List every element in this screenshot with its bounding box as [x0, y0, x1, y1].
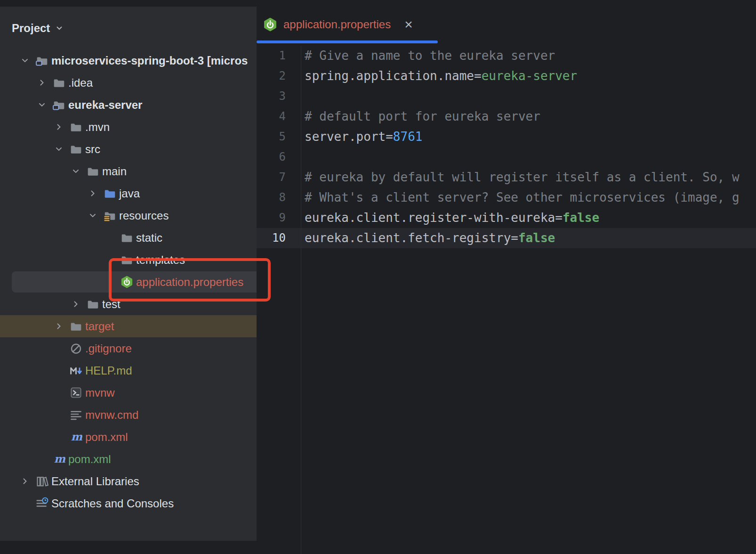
tree-item-templates[interactable]: templates — [0, 249, 257, 271]
resources-folder-icon — [104, 209, 116, 222]
tree-item-label: templates — [136, 253, 185, 267]
maven-icon: m — [53, 453, 65, 465]
project-view-header[interactable]: Project — [0, 7, 257, 49]
tree-item-mvnw[interactable]: mvnw — [0, 382, 257, 404]
chevron-spacer — [54, 343, 70, 354]
chevron-spacer — [54, 410, 70, 420]
code-line[interactable]: server.port=8761 — [305, 127, 756, 147]
chevron-spacer — [37, 454, 53, 464]
chevron-right-icon[interactable] — [71, 299, 87, 310]
tree-item-help-md[interactable]: HELP.md — [0, 359, 257, 382]
chevron-right-icon[interactable] — [88, 188, 104, 199]
editor-code-area[interactable]: 12345678910 # Give a name to the eureka … — [257, 46, 756, 554]
tree-item-label: java — [119, 187, 140, 200]
tree-item-label: application.properties — [136, 276, 243, 289]
chevron-right-icon[interactable] — [54, 122, 70, 132]
tree-item-label: .gitignore — [85, 342, 132, 355]
folder-icon — [87, 165, 99, 178]
ignored-file-icon — [70, 342, 82, 355]
tab-application-properties[interactable]: application.properties × — [263, 11, 413, 38]
tree-item-resources[interactable]: resources — [0, 204, 257, 227]
line-number: 8 — [257, 187, 301, 208]
markdown-icon — [70, 364, 82, 377]
code-line[interactable]: # Give a name to the eureka server — [305, 46, 756, 66]
code-token: # eureka by default will register itself… — [305, 170, 740, 184]
code-line[interactable]: # eureka by default will register itself… — [305, 167, 756, 187]
tree-item-main[interactable]: main — [0, 160, 257, 182]
tree-item-label: static — [136, 231, 162, 244]
tree-item-label: mvnw.cmd — [85, 408, 138, 422]
chevron-down-icon — [55, 24, 64, 33]
external-libraries-icon — [36, 475, 48, 488]
code-line[interactable]: eureka.client.fetch-registry=false — [305, 228, 756, 248]
project-tree: microservices-spring-boot-3 [micros.idea… — [0, 49, 257, 514]
tree-item-label: .mvn — [85, 121, 110, 134]
tree-item-src[interactable]: src — [0, 138, 257, 160]
chevron-spacer — [54, 432, 70, 442]
tree-item-microservices-spring-boot-3-micros[interactable]: microservices-spring-boot-3 [micros — [0, 49, 257, 72]
folder-icon — [121, 253, 133, 266]
code-line[interactable]: spring.application.name=eureka-server — [305, 66, 756, 86]
line-number: 2 — [257, 66, 301, 86]
line-number: 1 — [257, 46, 301, 66]
chevron-down-icon[interactable] — [71, 166, 87, 177]
tree-item-scratches-and-consoles[interactable]: Scratches and Consoles — [0, 492, 257, 514]
chevron-right-icon[interactable] — [37, 78, 53, 88]
chevron-down-icon[interactable] — [54, 144, 70, 155]
tree-item-static[interactable]: static — [0, 227, 257, 249]
active-tab-underline — [257, 41, 438, 43]
code-token: 8761 — [393, 130, 423, 144]
code-token: eureka.client.fetch-registry= — [305, 231, 518, 245]
folder-icon — [121, 231, 133, 244]
module-folder-icon — [53, 98, 65, 111]
shell-script-icon — [70, 386, 82, 399]
chevron-right-icon[interactable] — [54, 321, 70, 332]
chevron-down-icon[interactable] — [37, 100, 53, 110]
code-line[interactable]: # default port for eureka server — [305, 106, 756, 127]
tree-item-application-properties[interactable]: application.properties — [0, 271, 257, 293]
tree-item-java[interactable]: java — [0, 182, 257, 204]
tree-item-pom-xml[interactable]: mpom.xml — [0, 426, 257, 448]
code-line[interactable] — [305, 86, 756, 106]
editor-area: application.properties × 12345678910 # G… — [257, 0, 756, 554]
tree-item-label: main — [102, 165, 127, 178]
code-line[interactable]: eureka.client.register-with-eureka=false — [305, 208, 756, 228]
tree-item-mvn[interactable]: .mvn — [0, 116, 257, 138]
chevron-spacer — [54, 366, 70, 376]
code-line[interactable] — [305, 147, 756, 167]
project-tool-window: Project microservices-spring-boot-3 [mic… — [0, 7, 257, 541]
tree-item-eureka-server[interactable]: eureka-server — [0, 94, 257, 116]
chevron-spacer — [105, 277, 121, 287]
code-token: false — [563, 211, 599, 225]
code-token: # Give a name to the eureka server — [305, 49, 555, 63]
tree-item-pom-xml[interactable]: mpom.xml — [0, 448, 257, 470]
tree-item-label: pom.xml — [85, 431, 128, 444]
tree-item-label: HELP.md — [85, 364, 132, 377]
chevron-right-icon[interactable] — [20, 476, 36, 487]
chevron-spacer — [105, 233, 121, 243]
line-number: 4 — [257, 106, 301, 127]
chevron-down-icon[interactable] — [20, 56, 36, 66]
tree-item-label: target — [85, 320, 114, 333]
tree-item-label: eureka-server — [68, 98, 142, 112]
line-number: 9 — [257, 208, 301, 228]
tree-item-test[interactable]: test — [0, 293, 257, 315]
folder-icon — [53, 76, 65, 89]
module-folder-icon — [36, 54, 48, 67]
tree-item-target[interactable]: target — [0, 315, 257, 337]
tree-item-label: resources — [119, 209, 169, 222]
code-token: false — [518, 231, 555, 245]
folder-icon — [70, 320, 82, 333]
code-line[interactable]: # What's a client server? See other micr… — [305, 187, 756, 208]
tree-item-mvnw-cmd[interactable]: mvnw.cmd — [0, 404, 257, 426]
editor-text[interactable]: # Give a name to the eureka serverspring… — [305, 46, 756, 248]
tab-close-icon[interactable]: × — [404, 17, 413, 32]
tree-item-label: pom.xml — [68, 453, 111, 466]
code-token: eureka.client.register-with-eureka= — [305, 211, 563, 225]
line-number: 5 — [257, 127, 301, 147]
tree-item-external-libraries[interactable]: External Libraries — [0, 470, 257, 492]
chevron-down-icon[interactable] — [88, 211, 104, 221]
tree-item-gitignore[interactable]: .gitignore — [0, 337, 257, 359]
svg-text:m: m — [71, 431, 82, 443]
tree-item-idea[interactable]: .idea — [0, 72, 257, 94]
